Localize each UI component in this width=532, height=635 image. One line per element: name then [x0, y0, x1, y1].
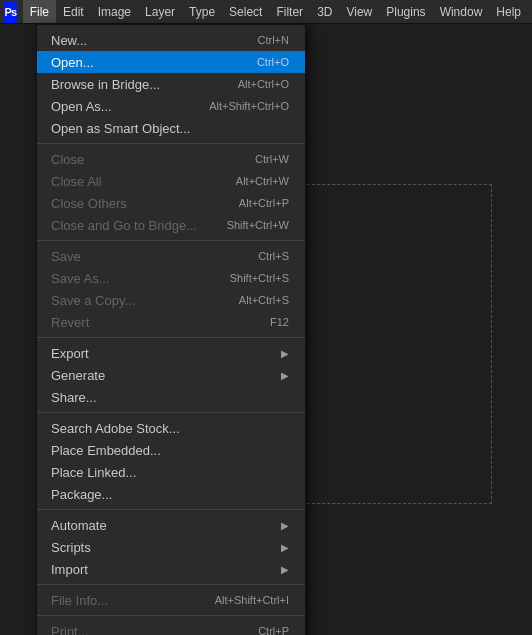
menu-3d[interactable]: 3D — [310, 0, 339, 23]
menu-item-label-place-linked: Place Linked... — [51, 465, 289, 480]
menu-item-label-open-as: Open As... — [51, 99, 189, 114]
menu-item-shortcut-file-info: Alt+Shift+Ctrl+I — [215, 594, 289, 606]
canvas-dashed-rect — [297, 184, 492, 504]
menu-item-label-search-adobe-stock: Search Adobe Stock... — [51, 421, 289, 436]
menu-item-shortcut-close-others: Alt+Ctrl+P — [239, 197, 289, 209]
menu-item-label-new: New... — [51, 33, 238, 48]
menu-separator-after-file-info — [37, 615, 305, 616]
menu-separator-after-import — [37, 584, 305, 585]
submenu-arrow-icon-scripts: ▶ — [281, 542, 289, 553]
menu-item-browse-bridge[interactable]: Browse in Bridge...Alt+Ctrl+O — [37, 73, 305, 95]
menu-item-label-open-smart: Open as Smart Object... — [51, 121, 289, 136]
menu-item-print: Print...Ctrl+P — [37, 620, 305, 635]
menu-item-label-package: Package... — [51, 487, 289, 502]
menu-item-save-copy: Save a Copy...Alt+Ctrl+S — [37, 289, 305, 311]
menu-select[interactable]: Select — [222, 0, 269, 23]
menu-item-label-close-others: Close Others — [51, 196, 219, 211]
menu-item-shortcut-save: Ctrl+S — [258, 250, 289, 262]
menu-item-open-smart[interactable]: Open as Smart Object... — [37, 117, 305, 139]
menu-item-label-save-as: Save As... — [51, 271, 210, 286]
menu-item-shortcut-save-as: Shift+Ctrl+S — [230, 272, 289, 284]
menu-type[interactable]: Type — [182, 0, 222, 23]
menu-item-close-go-bridge: Close and Go to Bridge...Shift+Ctrl+W — [37, 214, 305, 236]
menu-item-shortcut-open: Ctrl+O — [257, 56, 289, 68]
menu-item-shortcut-print: Ctrl+P — [258, 625, 289, 635]
menu-item-search-adobe-stock[interactable]: Search Adobe Stock... — [37, 417, 305, 439]
app-icon: Ps — [4, 1, 17, 23]
menubar: Ps File Edit Image Layer Type Select Fil… — [0, 0, 532, 24]
menu-item-label-export: Export — [51, 346, 275, 361]
menu-separator-after-close-go-bridge — [37, 240, 305, 241]
menu-item-close: CloseCtrl+W — [37, 148, 305, 170]
menu-item-import[interactable]: Import▶ — [37, 558, 305, 580]
menu-item-label-save-copy: Save a Copy... — [51, 293, 219, 308]
menu-file[interactable]: File — [23, 0, 56, 23]
menu-item-label-share: Share... — [51, 390, 289, 405]
menu-separator-after-revert — [37, 337, 305, 338]
menu-item-open[interactable]: Open...Ctrl+O — [37, 51, 305, 73]
menu-item-label-close-go-bridge: Close and Go to Bridge... — [51, 218, 207, 233]
menu-item-label-save: Save — [51, 249, 238, 264]
menu-item-label-browse-bridge: Browse in Bridge... — [51, 77, 218, 92]
menu-item-label-print: Print... — [51, 624, 238, 636]
menu-item-scripts[interactable]: Scripts▶ — [37, 536, 305, 558]
menu-item-label-open: Open... — [51, 55, 237, 70]
menu-view[interactable]: View — [339, 0, 379, 23]
menu-item-label-revert: Revert — [51, 315, 250, 330]
menu-item-shortcut-revert: F12 — [270, 316, 289, 328]
menu-item-automate[interactable]: Automate▶ — [37, 514, 305, 536]
menu-item-label-close: Close — [51, 152, 235, 167]
menu-item-label-place-embedded: Place Embedded... — [51, 443, 289, 458]
menu-item-label-file-info: File Info... — [51, 593, 195, 608]
menu-separator-after-share — [37, 412, 305, 413]
menu-item-close-others: Close OthersAlt+Ctrl+P — [37, 192, 305, 214]
menu-item-save-as: Save As...Shift+Ctrl+S — [37, 267, 305, 289]
menu-item-revert: RevertF12 — [37, 311, 305, 333]
menu-window[interactable]: Window — [433, 0, 490, 23]
submenu-arrow-icon-automate: ▶ — [281, 520, 289, 531]
menu-item-export[interactable]: Export▶ — [37, 342, 305, 364]
menu-item-shortcut-new: Ctrl+N — [258, 34, 289, 46]
menu-item-shortcut-close-all: Alt+Ctrl+W — [236, 175, 289, 187]
menu-item-file-info: File Info...Alt+Shift+Ctrl+I — [37, 589, 305, 611]
menu-item-place-embedded[interactable]: Place Embedded... — [37, 439, 305, 461]
menu-filter[interactable]: Filter — [269, 0, 310, 23]
menu-item-label-scripts: Scripts — [51, 540, 275, 555]
menu-item-shortcut-close-go-bridge: Shift+Ctrl+W — [227, 219, 289, 231]
menu-help[interactable]: Help — [489, 0, 528, 23]
menu-item-shortcut-save-copy: Alt+Ctrl+S — [239, 294, 289, 306]
menu-item-shortcut-browse-bridge: Alt+Ctrl+O — [238, 78, 289, 90]
menu-item-label-import: Import — [51, 562, 275, 577]
menu-item-label-close-all: Close All — [51, 174, 216, 189]
menu-layer[interactable]: Layer — [138, 0, 182, 23]
menu-item-package[interactable]: Package... — [37, 483, 305, 505]
menu-item-label-generate: Generate — [51, 368, 275, 383]
menu-separator-after-package — [37, 509, 305, 510]
menu-item-save: SaveCtrl+S — [37, 245, 305, 267]
menu-item-place-linked[interactable]: Place Linked... — [37, 461, 305, 483]
file-dropdown: New...Ctrl+NOpen...Ctrl+OBrowse in Bridg… — [36, 24, 306, 635]
menu-image[interactable]: Image — [91, 0, 138, 23]
menu-item-label-automate: Automate — [51, 518, 275, 533]
submenu-arrow-icon-generate: ▶ — [281, 370, 289, 381]
menu-item-close-all: Close AllAlt+Ctrl+W — [37, 170, 305, 192]
menu-item-share[interactable]: Share... — [37, 386, 305, 408]
submenu-arrow-icon-export: ▶ — [281, 348, 289, 359]
menu-item-shortcut-close: Ctrl+W — [255, 153, 289, 165]
menu-separator-after-open-smart — [37, 143, 305, 144]
menu-plugins[interactable]: Plugins — [379, 0, 432, 23]
menu-edit[interactable]: Edit — [56, 0, 91, 23]
menu-item-generate[interactable]: Generate▶ — [37, 364, 305, 386]
menu-item-open-as[interactable]: Open As...Alt+Shift+Ctrl+O — [37, 95, 305, 117]
menu-item-new[interactable]: New...Ctrl+N — [37, 29, 305, 51]
submenu-arrow-icon-import: ▶ — [281, 564, 289, 575]
menu-item-shortcut-open-as: Alt+Shift+Ctrl+O — [209, 100, 289, 112]
